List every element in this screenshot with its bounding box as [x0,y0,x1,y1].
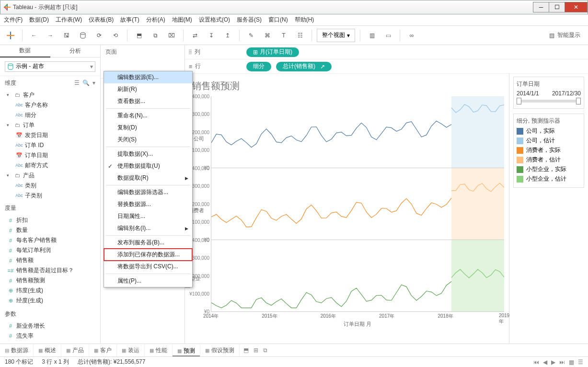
rows-pill-sales[interactable]: 总计(销售额)↗ [276,62,332,71]
field-item[interactable]: #销售额 [2,255,98,265]
field-item[interactable]: ⊕纬度(生成) [2,286,98,296]
legend-item[interactable]: 公司，估计 [517,137,581,145]
field-item[interactable]: #每名客户销售额 [2,235,98,245]
presentation-button[interactable]: ▭ [381,29,395,42]
first-button[interactable]: ⏮ [533,359,539,366]
tab-data[interactable]: 数据 [0,45,50,57]
menu-analysis[interactable]: 分析(A) [146,16,165,24]
field-item[interactable]: #每笔订单利润 [2,245,98,255]
rows-pill-segment[interactable]: 细分 [246,62,271,71]
date-slider[interactable] [518,100,580,103]
totals-button[interactable]: T [277,29,290,42]
new-dashboard-tab-button[interactable]: ⊞ [254,347,258,354]
view-as-icon[interactable]: ☰ [74,80,80,86]
search-icon[interactable]: 🔍 [82,80,90,86]
share-button[interactable]: ∞ [405,29,418,42]
field-item[interactable]: Abc订单 ID [2,140,98,150]
save-button[interactable]: 🖫 [60,29,73,42]
clear-button[interactable]: ⌧ [165,29,178,42]
context-menu-item[interactable]: 复制(D) [104,122,192,134]
legend-item[interactable]: 消费者，实际 [517,146,581,154]
datasource-selector[interactable]: 示例 - 超市 ▾ [5,61,95,72]
new-worksheet-tab-button[interactable]: ⬒ [243,347,249,354]
close-button[interactable]: ✕ [565,2,588,12]
context-menu-item[interactable]: 添加到已保存的数据源... [104,249,192,261]
swap-button[interactable]: ⇄ [188,29,202,42]
menu-dashboard[interactable]: 仪表板(B) [89,16,114,24]
field-item[interactable]: #折扣 [2,215,98,225]
context-menu-item[interactable]: 刷新(R) [104,83,192,95]
menu-icon[interactable]: ▾ [92,80,95,86]
new-datasource-button[interactable] [76,29,90,42]
prev-button[interactable]: ◀ [543,359,547,366]
context-menu-item[interactable]: 关闭(S) [104,134,192,146]
columns-pill-month[interactable]: ⊞月(订单日期) [246,47,299,57]
menu-server[interactable]: 服务器(S) [237,16,262,24]
context-menu-item[interactable]: 数据提取(R)▶ [104,172,192,184]
date-filter-card[interactable]: 订单日期 2014/1/12017/12/30 [513,77,584,109]
context-menu-item[interactable]: 将数据导出到 CSV(C)... [104,261,192,273]
new-worksheet-button[interactable]: ⬒ [132,29,146,42]
context-menu-item[interactable]: 编辑数据源筛选器... [104,186,192,198]
tableau-icon[interactable] [4,29,17,42]
field-item[interactable]: ▾🗀订单 [2,120,98,130]
field-item[interactable]: Abc邮寄方式 [2,161,98,171]
sheet-tab[interactable]: ▦装运 [117,344,145,356]
menu-format[interactable]: 设置格式(O) [199,16,230,24]
auto-update-button[interactable]: ⟲ [109,29,122,42]
menu-map[interactable]: 地图(M) [172,16,192,24]
context-menu-item[interactable]: 发布到服务器(B)... [104,237,192,249]
pages-shelf[interactable]: 页面 [101,45,184,59]
show-tabs-button[interactable]: ▦ [569,359,574,366]
refresh-button[interactable]: ⟳ [92,29,106,42]
sort-desc-button[interactable]: ↥ [221,29,234,42]
tab-analysis[interactable]: 分析 [50,45,101,57]
field-item[interactable]: #新业务增长 [2,321,98,331]
context-menu-item[interactable]: 属性(P)... [104,275,192,287]
field-item[interactable]: Abc客户名称 [2,100,98,110]
field-item[interactable]: ⊕经度(生成) [2,296,98,306]
highlight-button[interactable]: ✎ [244,29,258,42]
viz-canvas[interactable]: 销售额预测 公司 消费者 小型企业 ¥400,000¥300,000¥200,0… [185,74,509,344]
forward-button[interactable]: → [44,29,57,42]
field-item[interactable]: Abc子类别 [2,191,98,201]
field-item[interactable]: ▾🗀产品 [2,171,98,181]
context-menu-item[interactable]: 日期属性... [104,210,192,222]
field-item[interactable]: 📅发货日期 [2,130,98,140]
field-item[interactable]: Abc细分 [2,110,98,120]
field-item[interactable]: 📅订单日期 [2,150,98,161]
context-menu-item[interactable]: 编辑数据源(E)... [104,71,192,83]
legend-item[interactable]: 小型企业，实际 [517,165,581,173]
minimize-button[interactable]: ─ [533,2,549,12]
field-item[interactable]: =#销售额是否超过目标？ [2,265,98,275]
label-button[interactable]: ☷ [293,29,307,42]
menu-data[interactable]: 数据(D) [29,16,49,24]
context-menu-item[interactable]: 编辑别名(I)...▶ [104,222,192,234]
show-me-button[interactable]: ▤智能显示 [545,31,584,39]
sort-asc-button[interactable]: ↧ [205,29,218,42]
context-menu-item[interactable]: ✓使用数据提取(U) [104,160,192,172]
field-item[interactable]: Abc类别 [2,181,98,191]
field-item[interactable]: #流失率 [2,331,98,341]
context-menu-item[interactable]: 查看数据... [104,95,192,107]
maximize-button[interactable]: ☐ [549,2,565,12]
duplicate-button[interactable]: ⧉ [149,29,162,42]
show-filmstrip-button[interactable]: ☰ [578,359,583,366]
sheet-tab[interactable]: ▦客户 [89,344,117,356]
context-menu-item[interactable]: 提取数据(X)... [104,148,192,160]
group-button[interactable]: ⌘ [261,29,274,42]
menu-worksheet[interactable]: 工作表(W) [56,16,82,24]
sheet-tab[interactable]: ▦预测 [173,344,200,356]
menu-help[interactable]: 帮助(H) [295,16,314,24]
sheet-tab[interactable]: ▦性能 [145,344,173,356]
menu-story[interactable]: 故事(T) [120,16,139,24]
show-cards-button[interactable]: ▥ [365,29,379,42]
next-button[interactable]: ▶ [551,359,555,366]
last-button[interactable]: ⏭ [559,359,565,366]
sheet-tab[interactable]: ▦假设预测 [200,344,240,356]
back-button[interactable]: ← [27,29,41,42]
menu-window[interactable]: 窗口(N) [268,16,288,24]
field-item[interactable]: ▾🗀客户 [2,90,98,100]
new-story-tab-button[interactable]: ⧉ [263,347,267,354]
fit-selector[interactable]: 整个视图 ▾ [317,29,355,42]
